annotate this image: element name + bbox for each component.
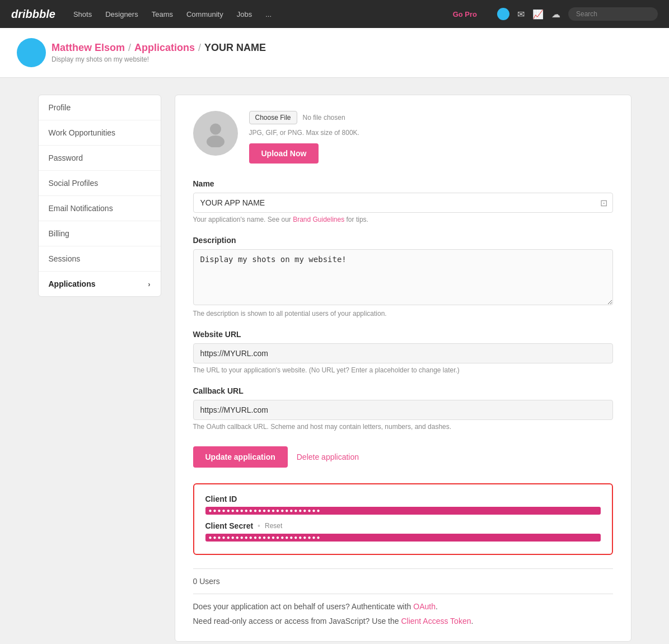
sidebar: Profile Work Opportunities Password Soci… [38, 95, 161, 297]
text-icon: ⊡ [600, 198, 607, 208]
oauth-suffix: . [436, 602, 438, 611]
sidebar-applications-chevron-icon: › [148, 280, 150, 288]
avatar-placeholder [193, 111, 238, 156]
nav-designers[interactable]: Designers [105, 10, 138, 18]
breadcrumb-sep2: / [198, 42, 201, 54]
client-token-text: Need read-only access or access from Jav… [193, 617, 613, 626]
file-chooser-row: Choose File No file chosen [249, 111, 359, 124]
person-icon [202, 119, 230, 147]
oauth-prefix: Does your application act on behalf of u… [193, 602, 414, 611]
client-secret-label: Client Secret [205, 521, 254, 530]
name-hint-prefix: Your application's name. See our [193, 216, 293, 223]
nav-right-area: ✉ 📈 ☁ [497, 7, 658, 21]
users-count: 0 Users [193, 577, 613, 586]
sidebar-item-applications[interactable]: Applications › [39, 272, 161, 296]
breadcrumb-subtitle: Display my shots on my website! [52, 55, 266, 63]
no-file-text: No file chosen [303, 114, 345, 122]
delete-application-link[interactable]: Delete application [297, 452, 359, 461]
client-token-prefix: Need read-only access or access from Jav… [193, 617, 401, 626]
breadcrumb-sep1: / [128, 42, 131, 54]
description-field-label: Description [193, 236, 613, 245]
website-url-hint: The URL to your application's website. (… [193, 366, 613, 374]
oauth-link[interactable]: OAuth [413, 602, 436, 611]
sidebar-item-social-profiles[interactable]: Social Profiles [39, 171, 161, 196]
breadcrumb-links: Matthew Elsom / Applications / YOUR NAME [52, 42, 266, 54]
nav-community[interactable]: Community [186, 10, 223, 18]
callback-url-input[interactable] [193, 400, 613, 420]
sidebar-item-password[interactable]: Password [39, 146, 161, 171]
website-url-section: Website URL The URL to your application'… [193, 330, 613, 374]
name-input-wrap: ⊡ [193, 193, 613, 213]
svg-point-0 [210, 124, 221, 135]
client-token-suffix: . [471, 617, 473, 626]
name-field-section: Name ⊡ Your application's name. See our … [193, 179, 613, 223]
client-secret-row: Client Secret • Reset [205, 521, 601, 530]
name-hint-suffix: for tips. [344, 216, 368, 223]
website-url-input[interactable] [193, 343, 613, 363]
description-textarea[interactable]: Display my shots on my website! [193, 249, 613, 305]
breadcrumb-section[interactable]: Applications [134, 42, 195, 54]
sidebar-item-work-opportunities[interactable]: Work Opportunities [39, 120, 161, 146]
breadcrumb-current: YOUR NAME [204, 42, 266, 54]
name-field-hint: Your application's name. See our Brand G… [193, 216, 613, 223]
oauth-text: Does your application act on behalf of u… [193, 602, 613, 611]
upload-icon[interactable]: ☁ [551, 9, 560, 20]
search-input[interactable] [568, 7, 658, 21]
top-nav: dribbble Shots Designers Teams Community… [0, 0, 669, 28]
update-application-button[interactable]: Update application [193, 446, 288, 468]
choose-file-button[interactable]: Choose File [249, 111, 297, 124]
brand-guidelines-link[interactable]: Brand Guidelines [293, 216, 344, 223]
sidebar-item-profile[interactable]: Profile [39, 95, 161, 120]
description-hint: The description is shown to all potentia… [193, 310, 613, 318]
client-access-token-link[interactable]: Client Access Token [401, 617, 471, 626]
users-divider [193, 568, 613, 569]
sidebar-item-email-notifications[interactable]: Email Notifications [39, 196, 161, 221]
callback-url-label: Callback URL [193, 386, 613, 395]
svg-point-1 [207, 136, 224, 147]
user-avatar-breadcrumb [17, 38, 46, 67]
website-url-label: Website URL [193, 330, 613, 339]
activity-icon[interactable]: 📈 [532, 9, 544, 20]
avatar-upload-controls: Choose File No file chosen JPG, GIF, or … [249, 111, 359, 164]
name-input[interactable] [193, 193, 613, 213]
messages-icon[interactable]: ✉ [517, 9, 525, 20]
credentials-box: Client ID ●●●●●●●●●●●●●●●●●●●●●●●●● Clie… [193, 483, 613, 555]
client-id-label: Client ID [205, 494, 601, 503]
reset-secret-link[interactable]: Reset [265, 522, 282, 530]
nav-more[interactable]: ... [265, 10, 272, 18]
callback-url-section: Callback URL The OAuth callback URL. Sch… [193, 386, 613, 431]
sidebar-item-sessions[interactable]: Sessions [39, 246, 161, 272]
breadcrumb-username[interactable]: Matthew Elsom [52, 42, 125, 54]
nav-shots[interactable]: Shots [73, 10, 92, 18]
file-hint: JPG, GIF, or PNG. Max size of 800K. [249, 129, 359, 137]
client-id-bar: ●●●●●●●●●●●●●●●●●●●●●●●●● [205, 507, 601, 515]
client-secret-bar: ●●●●●●●●●●●●●●●●●●●●●●●●● [205, 534, 601, 542]
main-content: Choose File No file chosen JPG, GIF, or … [175, 95, 631, 642]
go-pro-button[interactable]: Go Pro [453, 10, 477, 18]
callback-url-hint: The OAuth callback URL. Scheme and host … [193, 423, 613, 431]
logo[interactable]: dribbble [11, 8, 55, 21]
breadcrumb-text: Matthew Elsom / Applications / YOUR NAME… [52, 42, 266, 63]
nav-jobs[interactable]: Jobs [237, 10, 252, 18]
client-id-value: ●●●●●●●●●●●●●●●●●●●●●●●●● [205, 507, 601, 515]
cred-sep: • [258, 521, 260, 530]
user-avatar-nav[interactable] [497, 8, 509, 20]
actions-row: Update application Delete application [193, 446, 613, 468]
avatar-section: Choose File No file chosen JPG, GIF, or … [193, 111, 613, 164]
description-field-section: Description Display my shots on my websi… [193, 236, 613, 318]
client-secret-value: ●●●●●●●●●●●●●●●●●●●●●●●●● [205, 534, 601, 542]
users-divider2 [193, 594, 613, 594]
name-field-label: Name [193, 179, 613, 188]
sidebar-applications-label: Applications [49, 279, 96, 288]
breadcrumb: Matthew Elsom / Applications / YOUR NAME… [0, 28, 669, 78]
upload-now-button[interactable]: Upload Now [249, 143, 319, 164]
page-layout: Profile Work Opportunities Password Soci… [27, 95, 643, 642]
nav-teams[interactable]: Teams [152, 10, 173, 18]
sidebar-item-billing[interactable]: Billing [39, 221, 161, 246]
